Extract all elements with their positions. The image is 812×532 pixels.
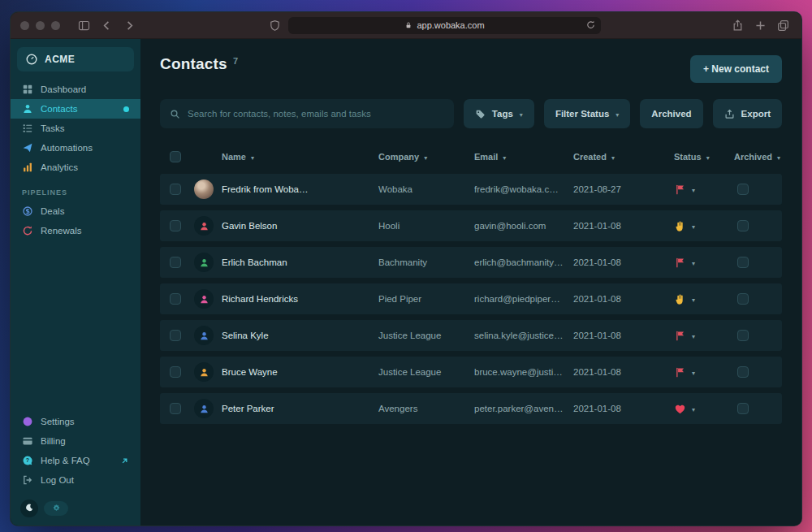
table-row[interactable]: Erlich Bachman Bachmanity erlich@bachman…: [160, 247, 782, 278]
close-button[interactable]: [20, 21, 29, 30]
row-select-cell: [160, 403, 194, 414]
row-checkbox[interactable]: [170, 184, 181, 195]
workspace-logo-icon: [25, 53, 38, 66]
table-row[interactable]: Peter Parker Avengers peter.parker@aven……: [160, 393, 782, 424]
archived-cell: [734, 220, 782, 231]
row-checkbox[interactable]: [170, 257, 181, 268]
sidebar-item-log-out[interactable]: Log Out: [11, 470, 140, 490]
archived-checkbox[interactable]: [737, 220, 749, 231]
new-tab-icon[interactable]: [751, 16, 769, 34]
tasks-icon: [22, 123, 33, 134]
status-dropdown[interactable]: [674, 366, 734, 378]
sidebar-item-billing[interactable]: Billing: [11, 431, 140, 451]
sidebar-item-help-faq[interactable]: ? Help & FAQ: [11, 451, 140, 470]
column-header-company[interactable]: Company: [378, 152, 474, 162]
table-row[interactable]: Gavin Belson Hooli gavin@hooli.com 2021-…: [160, 210, 782, 241]
forward-icon[interactable]: [120, 16, 138, 34]
sidebar-item-deals[interactable]: Deals: [11, 201, 140, 221]
quick-settings-toggle[interactable]: [44, 501, 68, 516]
row-checkbox[interactable]: [170, 403, 181, 414]
page-header: Contacts 7 + New contact: [160, 55, 782, 83]
status-dropdown[interactable]: [674, 257, 734, 269]
sidebar-item-tasks[interactable]: Tasks: [11, 119, 140, 138]
column-label: Email: [474, 152, 498, 162]
new-contact-button[interactable]: + New contact: [690, 55, 782, 83]
contact-name[interactable]: Peter Parker: [222, 404, 283, 413]
filter-status-dropdown[interactable]: Filter Status: [544, 99, 630, 128]
row-checkbox[interactable]: [170, 220, 181, 231]
select-all-checkbox[interactable]: [170, 151, 181, 162]
column-header-created[interactable]: Created: [573, 152, 674, 162]
analytics-icon: [22, 162, 33, 173]
archived-cell: [734, 257, 782, 268]
chevron-down-icon: [692, 331, 695, 340]
sidebar-item-contacts[interactable]: Contacts: [11, 99, 140, 119]
address-bar[interactable]: app.wobaka.com: [288, 17, 601, 34]
row-checkbox[interactable]: [170, 330, 181, 341]
browser-sidebar-toggle-icon[interactable]: [75, 16, 93, 34]
column-header-status[interactable]: Status: [674, 152, 734, 162]
contact-name[interactable]: Selina Kyle: [222, 331, 277, 340]
sidebar-item-label: Settings: [41, 417, 75, 426]
column-header-email[interactable]: Email: [474, 152, 573, 162]
sidebar-item-automations[interactable]: Automations: [11, 138, 140, 158]
status-dropdown[interactable]: [674, 220, 734, 232]
status-dropdown[interactable]: [674, 184, 734, 196]
sidebar-item-label: Contacts: [41, 104, 77, 114]
sidebar-nav: Dashboard Contacts Tasks Automations Ana…: [11, 80, 140, 177]
contact-name[interactable]: Gavin Belson: [222, 221, 285, 231]
contact-name[interactable]: Richard Hendricks: [222, 294, 306, 304]
search-input[interactable]: [188, 109, 444, 119]
privacy-shield-icon[interactable]: [266, 16, 283, 34]
back-icon[interactable]: [97, 16, 115, 34]
table-body: Fredrik from Woba… Wobaka fredrik@wobaka…: [160, 174, 782, 424]
row-checkbox[interactable]: [170, 366, 181, 378]
archived-checkbox[interactable]: [737, 293, 749, 305]
row-checkbox[interactable]: [170, 293, 181, 305]
archived-checkbox[interactable]: [737, 366, 749, 378]
contact-created: 2021-01-08: [573, 404, 674, 413]
share-icon[interactable]: [728, 16, 746, 34]
avatar: [194, 289, 214, 309]
search-box[interactable]: [160, 99, 454, 128]
archived-checkbox[interactable]: [737, 330, 749, 341]
table-row[interactable]: Bruce Wayne Justice League bruce.wayne@j…: [160, 357, 782, 387]
sidebar-item-label: Dashboard: [41, 84, 86, 94]
tags-dropdown[interactable]: Tags: [464, 99, 534, 128]
sidebar-item-settings[interactable]: Settings: [11, 412, 140, 431]
column-header-archived[interactable]: Archived: [734, 152, 782, 162]
status-dropdown[interactable]: [674, 330, 734, 342]
lock-icon: [404, 21, 412, 29]
status-hand-icon: [674, 293, 686, 305]
contact-name[interactable]: Erlich Bachman: [222, 257, 296, 267]
workspace-brand[interactable]: ACME: [17, 47, 134, 71]
status-dropdown[interactable]: [674, 403, 734, 415]
archived-checkbox[interactable]: [737, 403, 749, 414]
column-label: Archived: [734, 152, 772, 162]
minimize-button[interactable]: [36, 21, 45, 30]
contact-email: erlich@bachmanity…: [474, 257, 573, 267]
sidebar-item-analytics[interactable]: Analytics: [11, 158, 140, 177]
archived-checkbox[interactable]: [737, 257, 749, 268]
table-row[interactable]: Fredrik from Woba… Wobaka fredrik@wobaka…: [160, 174, 782, 205]
filters-toolbar: Tags Filter Status Archived Export: [160, 99, 782, 128]
contact-name[interactable]: Bruce Wayne: [222, 367, 286, 377]
sidebar-item-renewals[interactable]: Renewals: [11, 221, 140, 240]
contact-name-cell: Richard Hendricks: [194, 289, 378, 309]
contact-created: 2021-01-08: [573, 331, 674, 340]
status-dropdown[interactable]: [674, 293, 734, 305]
table-row[interactable]: Richard Hendricks Pied Piper richard@pie…: [160, 283, 782, 314]
archived-filter-button[interactable]: Archived: [640, 99, 702, 128]
column-header-name[interactable]: Name: [194, 152, 378, 162]
select-all-cell: [160, 151, 194, 162]
zoom-button[interactable]: [51, 21, 60, 30]
contact-name[interactable]: Fredrik from Woba…: [222, 184, 317, 194]
tab-overview-icon[interactable]: [774, 16, 792, 34]
sidebar-item-dashboard[interactable]: Dashboard: [11, 80, 140, 99]
dark-mode-toggle[interactable]: [20, 500, 38, 517]
archived-checkbox[interactable]: [737, 184, 749, 195]
reload-icon[interactable]: [585, 19, 597, 31]
export-button[interactable]: Export: [713, 99, 782, 128]
window-controls: [20, 21, 60, 30]
table-row[interactable]: Selina Kyle Justice League selina.kyle@j…: [160, 320, 782, 351]
